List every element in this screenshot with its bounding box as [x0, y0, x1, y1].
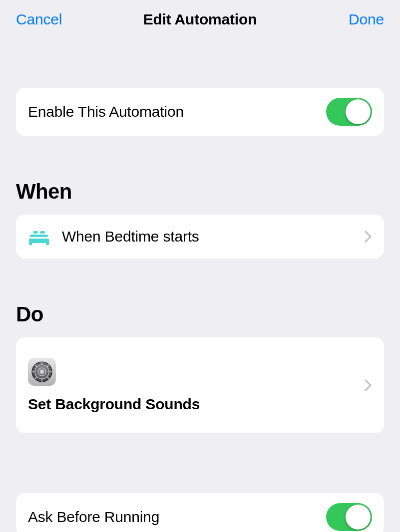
bed-icon [28, 226, 50, 248]
page-title: Edit Automation [124, 11, 276, 28]
settings-app-icon [28, 358, 56, 386]
when-header: When [16, 180, 384, 204]
done-button[interactable]: Done [349, 11, 384, 28]
do-action-row[interactable]: Set Background Sounds [16, 337, 384, 433]
enable-automation-card: Enable This Automation [16, 88, 384, 136]
switch-knob [346, 99, 371, 124]
ask-before-running-card: Ask Before Running [16, 493, 384, 532]
svg-point-19 [40, 370, 44, 374]
chevron-right-icon [364, 231, 372, 243]
when-trigger-label: When Bedtime starts [62, 228, 357, 245]
svg-rect-3 [46, 242, 49, 245]
ask-before-running-label: Ask Before Running [28, 509, 326, 526]
ask-before-running-row: Ask Before Running [16, 493, 384, 532]
svg-rect-0 [30, 235, 48, 237]
chevron-right-icon [364, 379, 372, 391]
cancel-button[interactable]: Cancel [16, 11, 62, 28]
do-card: Set Background Sounds [16, 337, 384, 433]
navbar: Cancel Edit Automation Done [0, 0, 400, 39]
svg-rect-4 [33, 231, 38, 234]
svg-rect-2 [29, 242, 32, 245]
enable-automation-row: Enable This Automation [16, 88, 384, 136]
ask-before-running-toggle[interactable] [326, 503, 372, 531]
do-action-label: Set Background Sounds [28, 396, 357, 413]
enable-automation-label: Enable This Automation [28, 103, 326, 120]
svg-rect-5 [40, 231, 45, 234]
when-trigger-row[interactable]: When Bedtime starts [16, 215, 384, 259]
when-card: When Bedtime starts [16, 215, 384, 259]
do-header: Do [16, 302, 384, 326]
enable-automation-toggle[interactable] [326, 98, 372, 126]
switch-knob [346, 505, 371, 530]
